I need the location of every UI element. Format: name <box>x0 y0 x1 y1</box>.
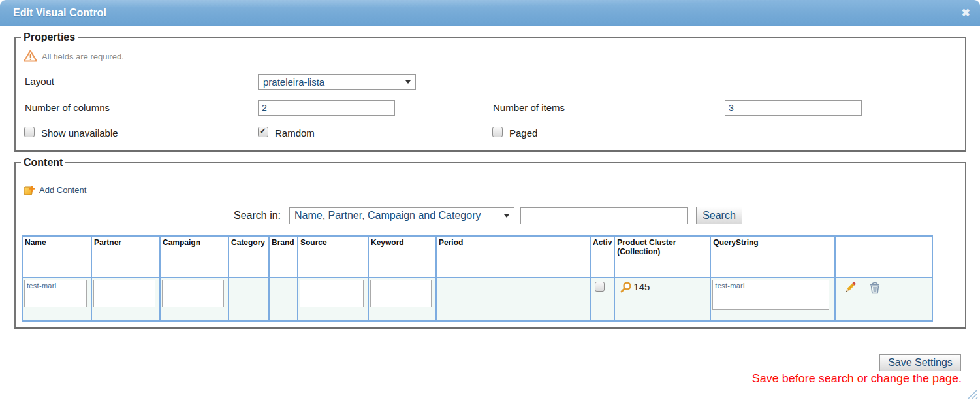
col-header-querystring: QueryString <box>710 236 835 278</box>
row-category-cell <box>229 278 269 321</box>
col-header-brand: Brand <box>269 236 298 278</box>
required-fields-note: All fields are required. <box>42 52 124 61</box>
row-keyword-input[interactable] <box>370 280 432 307</box>
search-button[interactable]: Search <box>696 207 742 224</box>
save-settings-button[interactable]: Save Settings <box>879 354 961 371</box>
search-in-select[interactable]: Name, Partner, Campaign and Category <box>289 207 514 224</box>
row-name-input[interactable]: test-mari <box>24 280 87 307</box>
content-legend: Content <box>21 157 65 169</box>
close-icon[interactable]: ✖ <box>962 0 970 26</box>
paged-label: Paged <box>509 127 537 139</box>
col-header-actions <box>835 236 932 278</box>
add-content-button[interactable]: Add Content <box>39 185 86 195</box>
row-campaign-input[interactable] <box>162 280 224 307</box>
number-of-columns-input[interactable] <box>258 100 395 116</box>
number-of-columns-label: Number of columns <box>25 102 110 113</box>
row-period-cell <box>436 278 590 321</box>
table-header-row: Name Partner Campaign Category Brand Sou… <box>22 236 932 278</box>
edit-pencil-icon[interactable] <box>844 281 857 294</box>
show-unavailable-checkbox[interactable]: ✔ <box>24 127 35 137</box>
properties-legend: Properties <box>21 31 78 43</box>
col-header-activ: Activ <box>590 236 614 278</box>
col-header-product-cluster: Product Cluster (Collection) <box>614 236 710 278</box>
row-brand-cell <box>269 278 298 321</box>
dialog-titlebar: Edit Visual Control ✖ <box>0 0 980 26</box>
search-in-select-value: Name, Partner, Campaign and Category <box>294 210 481 222</box>
number-of-items-label: Number of items <box>493 102 565 113</box>
paged-checkbox[interactable]: ✔ <box>492 127 503 137</box>
col-header-category: Category <box>229 236 269 278</box>
edit-visual-control-dialog: Edit Visual Control ✖ Properties All fie… <box>0 0 980 402</box>
number-of-items-input[interactable] <box>725 100 862 116</box>
random-label: Ramdom <box>275 127 315 139</box>
col-header-keyword: Keyword <box>368 236 436 278</box>
add-content-icon <box>24 184 35 195</box>
content-table: Name Partner Campaign Category Brand Sou… <box>22 235 933 322</box>
col-header-campaign: Campaign <box>160 236 229 278</box>
col-header-period: Period <box>436 236 590 278</box>
dialog-title: Edit Visual Control <box>13 0 106 25</box>
col-header-name: Name <box>22 236 91 278</box>
layout-select-value: prateleira-lista <box>263 76 324 88</box>
layout-select[interactable]: prateleira-lista <box>258 74 416 90</box>
row-source-input[interactable] <box>300 280 364 307</box>
search-input[interactable] <box>520 207 688 224</box>
row-partner-input[interactable] <box>93 280 155 307</box>
properties-section: Properties <box>14 31 966 152</box>
show-unavailable-label: Show unavailable <box>41 127 118 139</box>
col-header-partner: Partner <box>91 236 160 278</box>
row-querystring-input[interactable]: test-mari <box>712 280 829 310</box>
search-in-label: Search in: <box>234 210 281 222</box>
random-checkbox[interactable]: ✔ <box>258 127 268 137</box>
magnifier-icon[interactable] <box>620 281 632 293</box>
delete-trash-icon[interactable] <box>869 282 881 294</box>
product-cluster-value: 145 <box>633 281 650 292</box>
chevron-down-icon <box>504 214 509 218</box>
save-warning-text: Save before search or change the page. <box>752 372 962 386</box>
layout-label: Layout <box>25 76 54 87</box>
warning-icon <box>23 49 38 63</box>
table-row: test-mari ✔ 145 test-mari <box>22 278 932 321</box>
row-active-checkbox[interactable]: ✔ <box>595 282 605 292</box>
resize-handle[interactable] <box>966 387 978 399</box>
chevron-down-icon <box>405 80 411 84</box>
col-header-source: Source <box>298 236 368 278</box>
